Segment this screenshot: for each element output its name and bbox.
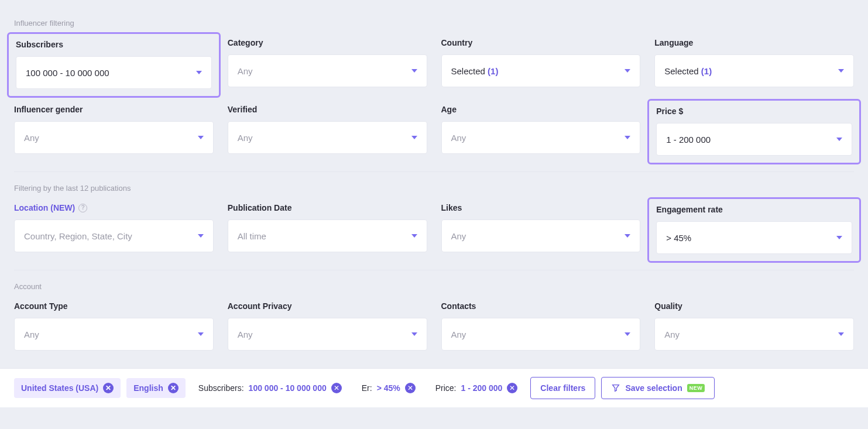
chip-subs-value: 100 000 - 10 000 000 xyxy=(249,383,327,393)
label-contacts: Contacts xyxy=(441,301,641,311)
label-gender: Influencer gender xyxy=(14,105,214,114)
publications-filter-grid: Location (NEW) ? Country, Region, State,… xyxy=(14,203,854,256)
chevron-down-icon xyxy=(198,136,204,139)
close-icon[interactable]: ✕ xyxy=(507,383,517,393)
filter-verified: Verified Any xyxy=(228,105,427,157)
chip-country-text: United States (USA) xyxy=(21,383,98,393)
select-gender[interactable]: Any xyxy=(14,121,214,154)
chevron-down-icon xyxy=(196,71,202,74)
select-quality[interactable]: Any xyxy=(654,318,854,351)
filter-country: Country Selected (1) xyxy=(441,38,641,91)
chip-price-value: 1 - 200 000 xyxy=(461,383,503,393)
influencer-filter-grid: Subscribers 100 000 - 10 000 000 Categor… xyxy=(14,38,854,157)
select-subscribers-value: 100 000 - 10 000 000 xyxy=(26,68,196,78)
chip-er[interactable]: Er: > 45% ✕ xyxy=(355,378,423,398)
chip-country[interactable]: United States (USA) ✕ xyxy=(14,378,121,398)
select-engagement[interactable]: > 45% xyxy=(656,221,852,254)
select-account-type[interactable]: Any xyxy=(14,318,214,351)
label-country: Country xyxy=(441,38,641,47)
filter-age: Age Any xyxy=(441,105,641,157)
close-icon[interactable]: ✕ xyxy=(168,383,179,393)
chip-subscribers[interactable]: Subscribers: 100 000 - 10 000 000 ✕ xyxy=(191,378,349,398)
filter-language: Language Selected (1) xyxy=(654,38,854,91)
chevron-down-icon xyxy=(411,69,417,73)
chevron-down-icon xyxy=(836,138,842,141)
chevron-down-icon xyxy=(198,234,204,238)
select-pubdate[interactable]: All time xyxy=(228,219,427,252)
label-likes: Likes xyxy=(441,203,641,212)
chip-language[interactable]: English ✕ xyxy=(126,378,186,398)
label-location-text: Location (NEW) xyxy=(14,203,75,212)
select-country-value: Selected (1) xyxy=(451,66,625,76)
filter-price: Price $ 1 - 200 000 xyxy=(654,105,854,157)
close-icon[interactable]: ✕ xyxy=(103,383,114,393)
select-category-value: Any xyxy=(238,66,411,76)
chevron-down-icon xyxy=(838,332,844,336)
select-category[interactable]: Any xyxy=(228,54,427,87)
select-language-text: Selected xyxy=(664,66,698,76)
filter-quality: Quality Any xyxy=(654,301,854,351)
select-price[interactable]: 1 - 200 000 xyxy=(656,123,852,156)
chevron-down-icon xyxy=(625,332,630,336)
label-category: Category xyxy=(228,38,427,47)
help-icon[interactable]: ? xyxy=(78,204,87,212)
chevron-down-icon xyxy=(838,69,844,73)
select-account-type-value: Any xyxy=(24,330,198,339)
chip-price-label: Price: xyxy=(435,383,457,393)
select-contacts[interactable]: Any xyxy=(441,318,641,351)
highlight-subscribers: Subscribers 100 000 - 10 000 000 xyxy=(7,32,221,98)
select-account-privacy-value: Any xyxy=(238,330,411,339)
filter-location: Location (NEW) ? Country, Region, State,… xyxy=(14,203,214,256)
label-subscribers: Subscribers xyxy=(16,40,212,49)
select-account-privacy[interactable]: Any xyxy=(228,318,427,351)
account-filter-grid: Account Type Any Account Privacy Any Con… xyxy=(14,301,854,351)
filter-subscribers: Subscribers 100 000 - 10 000 000 xyxy=(14,38,214,91)
applied-filters-bar: United States (USA) ✕ English ✕ Subscrib… xyxy=(0,368,868,407)
label-quality: Quality xyxy=(654,301,854,311)
label-language: Language xyxy=(654,38,854,47)
filter-category: Category Any xyxy=(228,38,427,91)
clear-filters-label: Clear filters xyxy=(540,383,585,393)
close-icon[interactable]: ✕ xyxy=(331,383,342,393)
filter-account-type: Account Type Any xyxy=(14,301,214,351)
filter-icon xyxy=(611,383,620,393)
select-country[interactable]: Selected (1) xyxy=(441,54,641,87)
chip-er-value: > 45% xyxy=(377,383,400,393)
label-verified: Verified xyxy=(228,105,427,114)
label-engagement: Engagement rate xyxy=(656,205,852,214)
select-price-value: 1 - 200 000 xyxy=(666,135,836,145)
select-engagement-value: > 45% xyxy=(666,233,836,243)
select-likes-value: Any xyxy=(451,231,625,241)
chevron-down-icon xyxy=(411,136,417,139)
select-verified-value: Any xyxy=(238,133,411,143)
chip-price[interactable]: Price: 1 - 200 000 ✕ xyxy=(428,378,525,398)
select-country-text: Selected xyxy=(451,66,485,76)
highlight-price: Price $ 1 - 200 000 xyxy=(647,99,861,164)
close-icon[interactable]: ✕ xyxy=(405,383,416,393)
chevron-down-icon xyxy=(836,236,842,239)
select-subscribers[interactable]: 100 000 - 10 000 000 xyxy=(16,56,212,89)
label-price: Price $ xyxy=(656,107,852,116)
clear-filters-button[interactable]: Clear filters xyxy=(530,377,595,399)
filter-pubdate: Publication Date All time xyxy=(228,203,427,256)
divider xyxy=(14,270,854,270)
chevron-down-icon xyxy=(625,234,630,238)
select-location-value: Country, Region, State, City xyxy=(24,231,198,241)
select-verified[interactable]: Any xyxy=(228,121,427,154)
filter-likes: Likes Any xyxy=(441,203,641,256)
section-title-influencer: Influencer filtering xyxy=(14,19,854,28)
select-location[interactable]: Country, Region, State, City xyxy=(14,219,214,252)
select-contacts-value: Any xyxy=(451,330,625,339)
badge-new: NEW xyxy=(687,384,705,392)
select-language[interactable]: Selected (1) xyxy=(654,54,854,87)
select-gender-value: Any xyxy=(24,133,198,143)
select-likes[interactable]: Any xyxy=(441,219,641,252)
select-age[interactable]: Any xyxy=(441,121,641,154)
select-pubdate-value: All time xyxy=(238,231,411,241)
filter-gender: Influencer gender Any xyxy=(14,105,214,157)
filter-contacts: Contacts Any xyxy=(441,301,641,351)
save-selection-button[interactable]: Save selection NEW xyxy=(601,377,715,399)
chip-language-text: English xyxy=(133,383,163,393)
chevron-down-icon xyxy=(411,234,417,238)
chip-subs-label: Subscribers: xyxy=(198,383,244,393)
